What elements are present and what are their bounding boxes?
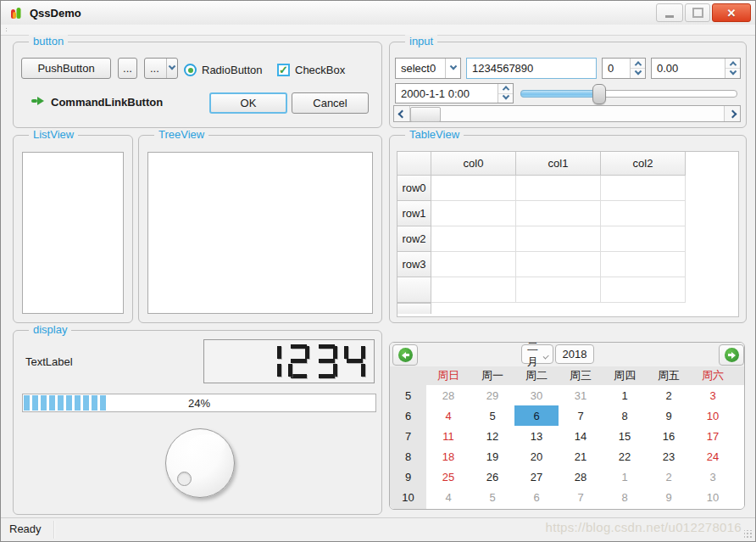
maximize-button[interactable] — [685, 3, 710, 22]
prev-month-button[interactable] — [392, 344, 418, 366]
date-cell[interactable]: 31 — [559, 385, 603, 405]
date-cell[interactable]: 19 — [470, 446, 514, 467]
date-cell[interactable]: 9 — [647, 405, 691, 426]
date-cell[interactable]: 16 — [647, 426, 691, 446]
spin-down-button[interactable] — [631, 69, 645, 78]
radio-button[interactable] — [184, 64, 197, 76]
date-cell[interactable]: 13 — [514, 426, 559, 446]
selected-date-cell[interactable]: 6 — [514, 405, 559, 426]
title-bar[interactable]: QssDemo ✕ — [1, 1, 755, 25]
checkbox-label[interactable]: CheckBox — [295, 64, 345, 76]
date-cell[interactable]: 29 — [470, 385, 514, 405]
date-cell[interactable]: 28 — [426, 385, 470, 405]
table-cell[interactable] — [516, 252, 601, 277]
date-cell[interactable]: 12 — [470, 426, 514, 446]
table-cell[interactable] — [431, 201, 516, 226]
date-cell[interactable]: 11 — [426, 426, 470, 446]
month-button[interactable]: 二月 — [521, 344, 553, 364]
checkbox[interactable]: ✓ — [277, 64, 290, 76]
table-corner-button[interactable] — [397, 152, 431, 176]
date-cell[interactable]: 24 — [691, 446, 735, 467]
radio-button-label[interactable]: RadioButton — [202, 64, 263, 76]
table-cell[interactable] — [601, 277, 686, 303]
table-cell[interactable] — [431, 226, 516, 252]
date-cell[interactable]: 5 — [470, 487, 514, 507]
date-cell[interactable]: 15 — [603, 426, 647, 446]
date-cell[interactable]: 3 — [691, 385, 735, 405]
date-cell[interactable]: 17 — [691, 426, 735, 446]
toolbar-grip-icon[interactable] — [5, 27, 8, 32]
table-cell[interactable] — [431, 252, 516, 277]
date-cell[interactable]: 14 — [559, 426, 603, 446]
table-cell[interactable] — [516, 226, 601, 252]
spin-down-button[interactable] — [498, 94, 513, 103]
date-cell[interactable]: 2 — [647, 467, 691, 487]
list-view[interactable] — [22, 152, 124, 314]
date-cell[interactable]: 10 — [691, 405, 735, 426]
horizontal-scrollbar[interactable] — [393, 105, 741, 122]
date-cell[interactable]: 20 — [514, 446, 559, 467]
row-header[interactable]: row0 — [397, 176, 431, 201]
date-cell[interactable]: 1 — [603, 385, 647, 405]
row-header[interactable]: row3 — [397, 252, 431, 277]
table-cell[interactable] — [431, 277, 516, 303]
column-header[interactable]: col2 — [601, 152, 686, 176]
date-cell[interactable]: 23 — [647, 446, 691, 467]
table-cell[interactable] — [601, 252, 686, 277]
date-cell[interactable]: 26 — [470, 467, 514, 487]
table-cell[interactable] — [516, 277, 601, 303]
table-cell[interactable] — [516, 201, 601, 226]
resize-grip[interactable] — [744, 530, 753, 539]
combobox-dropdown[interactable] — [445, 59, 460, 78]
date-cell[interactable]: 21 — [559, 446, 603, 467]
scroll-right-button[interactable] — [724, 106, 740, 121]
column-header[interactable]: col0 — [431, 152, 516, 176]
row-header[interactable]: row1 — [397, 201, 431, 226]
command-link-button[interactable]: CommandLinkButton — [51, 96, 163, 109]
date-cell[interactable]: 18 — [426, 446, 470, 467]
datetime-edit[interactable]: 2000-1-1 0:00 — [395, 83, 514, 103]
date-cell[interactable]: 4 — [426, 405, 470, 426]
table-cell[interactable] — [431, 176, 516, 201]
slider-handle[interactable] — [592, 84, 606, 104]
close-button[interactable]: ✕ — [712, 3, 751, 22]
combobox[interactable]: select0 — [395, 58, 461, 79]
date-cell[interactable]: 27 — [514, 467, 559, 487]
date-cell[interactable]: 22 — [603, 446, 647, 467]
date-cell[interactable]: 7 — [559, 487, 603, 507]
ok-button[interactable]: OK — [209, 92, 287, 114]
table-cell[interactable] — [601, 226, 686, 252]
horizontal-slider[interactable] — [520, 83, 737, 103]
date-cell[interactable]: 4 — [426, 487, 470, 507]
date-cell[interactable]: 9 — [647, 487, 691, 507]
table-cell[interactable] — [601, 176, 686, 201]
date-cell[interactable]: 7 — [559, 405, 603, 426]
date-cell[interactable]: 30 — [514, 385, 559, 405]
minimize-button[interactable] — [656, 3, 683, 22]
year-button[interactable]: 2018 — [555, 344, 594, 364]
table-cell[interactable] — [516, 176, 601, 201]
scrollbar-handle[interactable] — [410, 107, 441, 122]
cancel-button[interactable]: Cancel — [292, 92, 369, 114]
date-cell[interactable]: 25 — [426, 467, 470, 487]
date-cell[interactable]: 8 — [603, 405, 647, 426]
row-header-partial[interactable] — [397, 303, 431, 314]
date-cell[interactable]: 3 — [691, 467, 735, 487]
menu-tool-button[interactable]: ... — [144, 58, 178, 79]
row-header[interactable]: row2 — [397, 226, 431, 252]
dial[interactable] — [165, 428, 235, 498]
spin-down-button[interactable] — [725, 69, 740, 78]
scroll-left-button[interactable] — [394, 106, 410, 121]
date-cell[interactable]: 10 — [691, 487, 735, 507]
column-header[interactable]: col1 — [516, 152, 601, 176]
push-button[interactable]: PushButton — [21, 58, 111, 79]
double-spinbox[interactable]: 0.00 — [651, 58, 741, 79]
date-cell[interactable]: 2 — [647, 385, 691, 405]
spinbox[interactable]: 0 — [602, 58, 646, 79]
tool-button[interactable]: ... — [118, 58, 137, 79]
date-cell[interactable]: 8 — [603, 487, 647, 507]
line-edit[interactable]: 1234567890 — [466, 58, 597, 79]
tree-view[interactable] — [147, 152, 373, 314]
next-month-button[interactable] — [719, 344, 744, 366]
table-view[interactable]: col0col1col2 row0row1row2row3 — [397, 151, 739, 317]
